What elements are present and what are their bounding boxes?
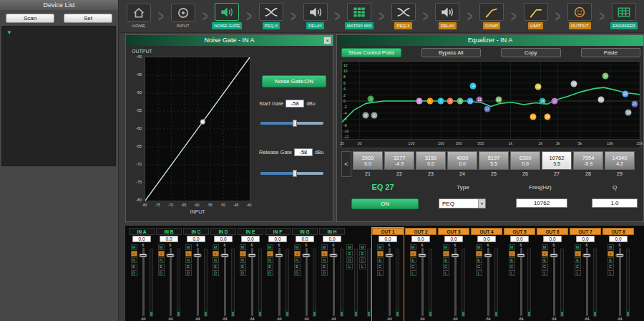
channel-button-n[interactable]: N [267, 257, 273, 263]
channel-button-m[interactable]: M [185, 244, 192, 250]
fader-track[interactable] [553, 248, 555, 316]
equalizer-title-bar[interactable]: Equalizer - IN A [337, 35, 643, 46]
out-strip-out-2[interactable]: OUT 20.0M+ECL6-64 [405, 228, 436, 321]
eq-on-button[interactable]: ON [351, 198, 419, 209]
channel-gain-value[interactable]: 0.0 [241, 236, 260, 242]
channel-button-plus[interactable]: + [542, 251, 548, 257]
channel-button-m[interactable]: M [267, 244, 273, 250]
in-strip-in-a[interactable]: IN A0.0M+NED6-64 [129, 228, 155, 321]
start-gate-value[interactable]: -58 [286, 100, 304, 107]
channel-button-e[interactable]: E [185, 264, 192, 269]
fader-track[interactable] [224, 248, 226, 316]
fader-track[interactable] [333, 248, 335, 316]
channel-button-e[interactable]: E [509, 257, 515, 263]
channel-button-d[interactable]: D [321, 270, 328, 276]
in-strip-in-b[interactable]: IN B0.0M+NED6-64 [156, 228, 182, 321]
channel-button-plus[interactable]: + [443, 251, 449, 257]
channel-gain-value[interactable]: 0.0 [543, 236, 562, 242]
out-strip-out-4[interactable]: OUT 40.0M+ECL6-64 [471, 228, 502, 321]
out-strip-out-3[interactable]: OUT 30.0M+ECL6-64 [438, 228, 469, 321]
eq-band-21[interactable]: 20000.0 [353, 151, 383, 170]
channel-gain-value[interactable]: 0.0 [132, 236, 151, 242]
eq-freq-field[interactable]: 10762 [516, 198, 567, 208]
slider-thumb[interactable] [293, 170, 297, 177]
in-strip-in-c[interactable]: IN C0.0M+NED6-64 [183, 228, 209, 321]
eq-control-point-17[interactable]: 17 [552, 98, 558, 105]
channel-button-plus[interactable]: + [185, 251, 192, 257]
channel-button-c[interactable]: C [608, 264, 614, 269]
eq-band-24[interactable]: 40000.0 [447, 151, 477, 170]
channel-gain-value[interactable]: 0.0 [609, 236, 628, 242]
fader-track[interactable] [454, 248, 457, 316]
master-strip[interactable]: MECL [359, 228, 371, 321]
channel-button-l[interactable]: L [509, 270, 515, 276]
eq-control-point-4[interactable]: 4 [470, 83, 477, 90]
fader-track[interactable] [197, 248, 199, 316]
channel-button-m[interactable]: M [294, 244, 301, 250]
channel-button-m[interactable]: M [131, 244, 137, 250]
channel-button-m[interactable]: M [321, 244, 328, 250]
channel-button-d[interactable]: D [267, 270, 273, 276]
channel-button-e[interactable]: E [608, 257, 614, 263]
in-strip-in-f[interactable]: IN F0.0M+NED6-64 [265, 228, 291, 321]
eq-control-point-13[interactable]: 13 [495, 96, 502, 102]
fader-handle[interactable] [419, 254, 426, 257]
channel-button-c[interactable]: C [443, 264, 449, 269]
noise-gate-on-button[interactable]: Noise Gate:ON [262, 75, 326, 87]
show-control-point-button[interactable]: Show Control Point [341, 48, 401, 57]
channel-button-e[interactable]: E [294, 264, 301, 269]
channel-button-e[interactable]: E [267, 264, 273, 269]
fader-track[interactable] [520, 248, 522, 316]
channel-fader[interactable]: 6-64 [517, 243, 526, 321]
fader-handle[interactable] [517, 254, 525, 257]
eq-control-point-16[interactable]: 16 [540, 98, 546, 105]
fader-track[interactable] [142, 248, 145, 316]
channel-button-plus[interactable]: + [410, 251, 416, 257]
channel-button-l[interactable]: L [476, 270, 482, 276]
channel-button-e[interactable]: E [443, 257, 449, 263]
fader-handle[interactable] [194, 254, 202, 257]
noise-gate-title-bar[interactable]: Noise Gate - IN A × [126, 35, 333, 46]
channel-fader[interactable]: 6-64 [329, 243, 338, 321]
scan-button[interactable]: Scan [6, 14, 54, 23]
eq-control-point-9[interactable]: 9 [457, 98, 464, 105]
fader-handle[interactable] [583, 254, 591, 257]
channel-button-l[interactable]: L [443, 270, 449, 276]
channel-button-plus[interactable]: + [158, 251, 165, 257]
channel-button-m[interactable]: M [410, 244, 416, 250]
eq-control-point-20[interactable]: 20 [602, 72, 609, 79]
eq-control-point-21[interactable]: 21 [597, 96, 604, 102]
previous-bands-button[interactable]: < [341, 151, 351, 177]
release-gate-slider[interactable] [260, 170, 323, 177]
eq-band-28[interactable]: 7954-5.9 [573, 151, 603, 170]
eq-band-22[interactable]: 3177-4.9 [384, 151, 414, 170]
channel-button-n[interactable]: N [240, 257, 246, 263]
channel-button-m[interactable]: M [443, 244, 449, 250]
channel-button-m[interactable]: M [240, 244, 246, 250]
fader-handle[interactable] [330, 254, 338, 257]
eq-control-point-H[interactable]: H [363, 112, 369, 119]
fader-handle[interactable] [303, 254, 311, 257]
channel-button-m[interactable]: M [346, 244, 353, 250]
set-button[interactable]: Set [64, 14, 112, 23]
in-strip-in-e[interactable]: IN E0.0M+NED6-64 [238, 228, 263, 321]
channel-gain-value[interactable]: 0.0 [323, 236, 341, 242]
eq-q-field[interactable]: 1.0 [592, 198, 638, 208]
channel-gain-value[interactable]: 0.0 [411, 236, 430, 242]
channel-button-m[interactable]: M [158, 244, 165, 250]
in-strip-in-g[interactable]: IN G0.0M+NED6-64 [292, 228, 318, 321]
fader-track[interactable] [619, 248, 621, 316]
eq-band-26[interactable]: 63000.0 [510, 151, 540, 170]
channel-button-m[interactable]: M [509, 244, 515, 250]
channel-button-c[interactable]: C [476, 264, 482, 269]
channel-gain-value[interactable]: 0.0 [214, 236, 233, 242]
eq-control-point-5[interactable]: 5 [416, 98, 422, 105]
channel-button-m[interactable]: M [542, 244, 548, 250]
eq-response-chart[interactable]: 20301002003005001k2k3k5k10k20k 121086420… [341, 61, 640, 148]
channel-fader[interactable]: 6-64 [220, 243, 230, 321]
channel-fader[interactable]: 6-64 [615, 243, 625, 321]
channel-button-e[interactable]: E [476, 257, 482, 263]
out-strip-out-7[interactable]: OUT 70.0M+ECL6-64 [570, 228, 601, 321]
channel-button-d[interactable]: D [131, 270, 137, 276]
eq-control-point-12[interactable]: 12 [484, 105, 490, 112]
